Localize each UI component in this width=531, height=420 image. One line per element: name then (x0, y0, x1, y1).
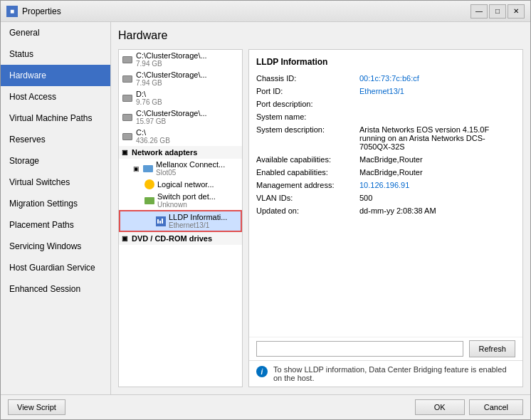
vlan-value: 500 (359, 194, 515, 202)
refresh-row: Refresh (249, 337, 522, 360)
svg-rect-3 (162, 219, 163, 224)
logical-icon (144, 179, 154, 189)
sidebar: General Status Hardware Host Access Virt… (1, 22, 111, 394)
port-id-label: Port ID: (256, 87, 359, 95)
port-desc-value (359, 100, 515, 108)
switch-icon (144, 197, 154, 204)
info-icon: i (256, 366, 268, 377)
ok-button[interactable]: OK (415, 399, 465, 415)
port-id-value: Ethernet13/1 (359, 87, 515, 95)
sidebar-item-guardian[interactable]: Host Guardian Service (1, 257, 110, 278)
port-desc-row: Port description: (256, 100, 515, 108)
disk-item-2[interactable]: D:\ 9.76 GB (119, 88, 242, 107)
vlan-label: VLAN IDs: (256, 194, 359, 202)
lldp-item[interactable]: LLDP Informati... Ethernet13/1 (119, 210, 242, 232)
expand-icon: ▣ (133, 165, 140, 172)
svg-rect-1 (157, 219, 159, 224)
port-id-row: Port ID: Ethernet13/1 (256, 87, 515, 95)
sidebar-item-servicing[interactable]: Servicing Windows (1, 236, 110, 257)
disk-icon-4 (122, 131, 133, 142)
minimize-button[interactable]: — (470, 4, 488, 19)
system-desc-value: Arista Networks EOS version 4.15.0F runn… (359, 125, 515, 151)
sidebar-item-enhanced[interactable]: Enhanced Session (1, 278, 110, 300)
sidebar-item-virtual-switches[interactable]: Virtual Switches (1, 172, 110, 193)
bottom-bar: View Script OK Cancel (1, 394, 530, 419)
chassis-id-row: Chassis ID: 00:1c:73:7c:b6:cf (256, 74, 515, 83)
lldp-details: LLDP Information Chassis ID: 00:1c:73:7c… (249, 50, 522, 337)
dvd-section-header[interactable]: ▣ DVD / CD-ROM drives (119, 232, 242, 245)
enabled-cap-row: Enabled capabilities: MacBridge,Router (256, 168, 515, 177)
switch-port-item[interactable]: Switch port det... Unknown (119, 191, 242, 210)
info-message: To show LLDP information, Data Center Br… (273, 365, 515, 382)
system-desc-row: System description: Arista Networks EOS … (256, 125, 515, 151)
view-script-button[interactable]: View Script (8, 399, 65, 415)
chassis-id-label: Chassis ID: (256, 74, 359, 83)
avail-cap-value: MacBridge,Router (359, 155, 515, 164)
lldp-info-bar: i To show LLDP information, Data Center … (249, 360, 522, 387)
window-icon: ■ (6, 6, 18, 17)
sidebar-item-vm-paths[interactable]: Virtual Machine Paths (1, 107, 110, 129)
logical-network-item[interactable]: Logical networ... (119, 178, 242, 191)
maximize-button[interactable]: □ (489, 4, 506, 19)
title-bar: ■ Properties — □ ✕ (1, 1, 530, 22)
updated-label: Updated on: (256, 206, 359, 215)
vlan-row: VLAN IDs: 500 (256, 194, 515, 202)
svg-rect-2 (159, 221, 161, 224)
updated-row: Updated on: dd-mm-yy 2:08:38 AM (256, 206, 515, 215)
mgmt-addr-label: Management address: (256, 181, 359, 189)
disk-icon-1 (122, 73, 133, 85)
sidebar-item-host-access[interactable]: Host Access (1, 86, 110, 107)
sidebar-item-status[interactable]: Status (1, 43, 110, 65)
refresh-button[interactable]: Refresh (469, 340, 515, 357)
main-window: ■ Properties — □ ✕ General Status Hardwa… (0, 0, 531, 420)
port-desc-label: Port description: (256, 100, 359, 108)
sidebar-item-reserves[interactable]: Reserves (1, 129, 110, 150)
collapse-icon: ▣ (122, 149, 129, 156)
disk-item-0[interactable]: C:\ClusterStorage\... 7.94 GB (119, 50, 242, 69)
system-desc-label: System description: (256, 125, 359, 151)
sidebar-item-storage[interactable]: Storage (1, 150, 110, 172)
system-name-label: System name: (256, 112, 359, 121)
disk-icon-3 (122, 112, 133, 123)
network-adapters-header[interactable]: ▣ Network adapters (119, 146, 242, 159)
content-area: General Status Hardware Host Access Virt… (1, 22, 530, 394)
page-title: Hardware (118, 29, 523, 42)
disk-item-1[interactable]: C:\ClusterStorage\... 7.94 GB (119, 69, 242, 88)
avail-cap-row: Available capabilities: MacBridge,Router (256, 155, 515, 164)
disk-item-4[interactable]: C:\ 436.26 GB (119, 127, 242, 146)
avail-cap-label: Available capabilities: (256, 155, 359, 164)
close-button[interactable]: ✕ (508, 4, 525, 19)
window-title: Properties (22, 6, 470, 16)
search-input[interactable] (256, 341, 463, 357)
disk-icon-2 (122, 93, 133, 104)
network-adapter-icon (143, 165, 153, 172)
title-controls: — □ ✕ (470, 4, 525, 19)
hardware-panel: C:\ClusterStorage\... 7.94 GB C:\Cluster… (118, 49, 523, 387)
system-name-value (359, 112, 515, 121)
cancel-button[interactable]: Cancel (469, 399, 523, 415)
enabled-cap-value: MacBridge,Router (359, 168, 515, 177)
sidebar-item-hardware[interactable]: Hardware (1, 65, 110, 86)
dvd-collapse-icon: ▣ (122, 235, 129, 242)
lldp-icon (156, 216, 166, 226)
sidebar-item-general[interactable]: General (1, 22, 110, 43)
disk-item-3[interactable]: C:\ClusterStorage\... 15.97 GB (119, 107, 242, 127)
mgmt-addr-row: Management address: 10.126.196.91 (256, 181, 515, 189)
lldp-info-panel: LLDP Information Chassis ID: 00:1c:73:7c… (248, 49, 523, 387)
sidebar-item-migration[interactable]: Migration Settings (1, 193, 110, 214)
mellanox-item[interactable]: ▣ Mellanox Connect... Slot05 (119, 159, 242, 178)
disk-icon-0 (122, 54, 133, 65)
device-tree: C:\ClusterStorage\... 7.94 GB C:\Cluster… (118, 49, 243, 387)
updated-value: dd-mm-yy 2:08:38 AM (359, 206, 515, 215)
chassis-id-value: 00:1c:73:7c:b6:cf (359, 74, 515, 83)
main-panel: Hardware C:\ClusterStorage\... 7.94 GB (111, 22, 530, 394)
enabled-cap-label: Enabled capabilities: (256, 168, 359, 177)
system-name-row: System name: (256, 112, 515, 121)
sidebar-item-placement[interactable]: Placement Paths (1, 214, 110, 236)
lldp-panel-title: LLDP Information (256, 57, 515, 67)
mgmt-addr-value: 10.126.196.91 (359, 181, 515, 189)
